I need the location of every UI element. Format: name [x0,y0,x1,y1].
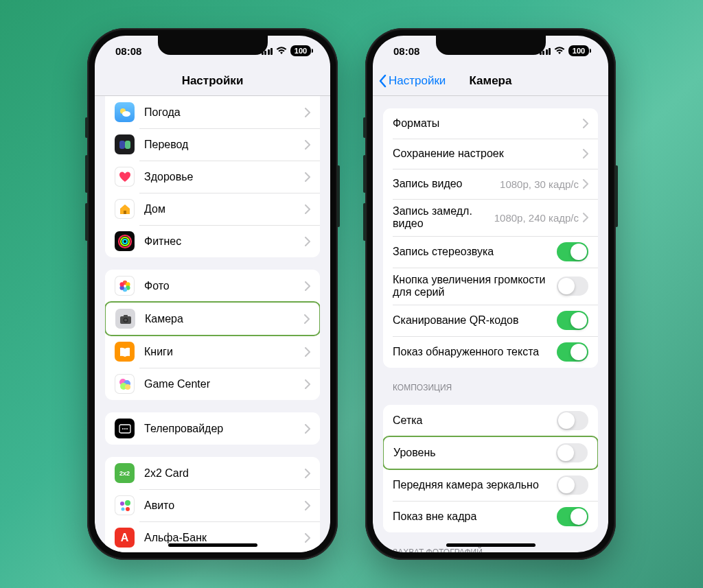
chevron-right-icon [305,237,310,246]
settings-row-fitness[interactable]: Фитнес [105,225,320,257]
settings-row-tvprovider[interactable]: Телепровайдер [105,412,320,445]
toggle[interactable] [557,475,588,495]
row-label: Книги [144,346,305,358]
chevron-right-icon [304,314,310,324]
camera-row: Сканирование QR-кодов [383,305,598,336]
row-label: Фото [144,280,305,292]
chevron-right-icon [305,469,310,478]
phone-right: 08:08 100 Настройки Камера Форматы Сохра… [365,28,616,560]
books-icon [115,342,135,362]
nav-bar: Настройки Камера [373,66,608,96]
highlight-row: Камера [105,301,320,336]
row-label: Показ обнаруженного текста [393,346,557,358]
chevron-right-icon [305,204,310,214]
toggle[interactable] [557,342,588,362]
svg-point-24 [124,428,126,430]
chevron-right-icon [583,179,588,189]
svg-point-27 [125,500,130,506]
fitness-icon [115,231,135,251]
settings-row-avito[interactable]: Авито [105,489,320,521]
chevron-right-icon [305,379,310,389]
toggle[interactable] [557,411,588,430]
highlight-row: Уровень [383,436,598,470]
svg-point-6 [121,237,129,246]
translate-icon [115,134,135,154]
phone-left: 08:08 100 Настройки Погода Перевод Здоро… [87,28,338,560]
settings-row-gamecenter[interactable]: Game Center [105,368,320,400]
toggle[interactable] [557,242,588,261]
notch [436,36,546,55]
settings-row-health[interactable]: Здоровье [105,161,320,193]
row-label: 2x2 Card [144,467,305,480]
camera-row[interactable]: Запись видео 1080p, 30 кадр/с [383,169,598,199]
wifi-icon [554,47,565,55]
photos-icon [115,276,135,296]
row-label: Сетка [393,414,557,427]
chevron-right-icon [583,213,588,222]
svg-point-26 [120,502,124,506]
svg-rect-3 [125,141,130,149]
svg-point-21 [125,384,130,390]
avito-icon [115,495,135,515]
chevron-right-icon [305,108,310,117]
volume-down [363,203,366,241]
settings-row-photos[interactable]: Фото [105,270,320,302]
chevron-right-icon [305,281,310,291]
settings-row-home[interactable]: Дом [105,193,320,225]
volume-up [85,155,88,193]
svg-point-23 [122,428,124,430]
toggle[interactable] [557,507,588,526]
settings-row-weather[interactable]: Погода [105,96,320,128]
row-label: Здоровье [144,171,305,183]
volume-up [363,155,366,193]
camera-row: Показ обнаруженного текста [383,336,598,368]
settings-row-translate[interactable]: Перевод [105,128,320,161]
back-button[interactable]: Настройки [378,74,446,88]
health-icon [115,167,135,187]
settings-row-alfa[interactable]: А Альфа-Банк [105,521,320,552]
row-detail: 1080p, 30 кадр/с [500,178,579,190]
row-label: Кнопка увеличения громкости для серий [393,274,557,298]
chevron-right-icon [583,119,588,128]
home-indicator [446,543,535,547]
svg-point-17 [124,318,127,321]
chevron-right-icon [305,172,310,182]
row-label: Телепровайдер [144,423,305,435]
status-time: 08:08 [115,45,141,57]
settings-row-books[interactable]: Книги [105,336,320,368]
row-label: Запись стереозвука [393,246,557,258]
toggle[interactable] [557,277,588,296]
camera-icon [115,309,135,329]
toggle[interactable] [556,443,588,462]
row-label: Сканирование QR-кодов [393,314,557,327]
row-label: Фитнес [144,235,305,248]
row-label: Уровень [393,447,556,459]
gamecenter-icon [115,374,135,394]
svg-rect-2 [119,141,125,149]
back-label: Настройки [389,74,446,88]
row-label: Погода [144,106,305,119]
camera-row[interactable]: Сохранение настроек [383,139,598,169]
chevron-right-icon [305,347,310,357]
power-button [337,165,340,227]
camera-row[interactable]: Форматы [383,108,598,139]
row-label: Показ вне кадра [393,510,557,523]
svg-rect-4 [124,211,126,214]
tvprovider-icon [115,419,135,438]
camera-row[interactable]: Запись замедл. видео 1080p, 240 кадр/с [383,199,598,236]
chevron-right-icon [305,424,310,434]
svg-point-13 [119,282,124,286]
toggle[interactable] [557,311,588,330]
mute-switch [85,117,88,138]
volume-down [85,203,88,241]
camera-row: Кнопка увеличения громкости для серий [383,268,598,305]
mute-switch [363,117,366,138]
alfa-icon: А [115,528,135,548]
row-label: Передняя камера зеркально [393,479,557,491]
svg-point-1 [122,111,130,117]
chevron-right-icon [305,533,310,543]
svg-rect-15 [124,315,128,317]
settings-row-camera[interactable]: Камера [106,303,319,335]
settings-row-2x2[interactable]: 2x2 2x2 Card [105,457,320,489]
section-header: КОМПОЗИЦИЯ [393,383,598,392]
